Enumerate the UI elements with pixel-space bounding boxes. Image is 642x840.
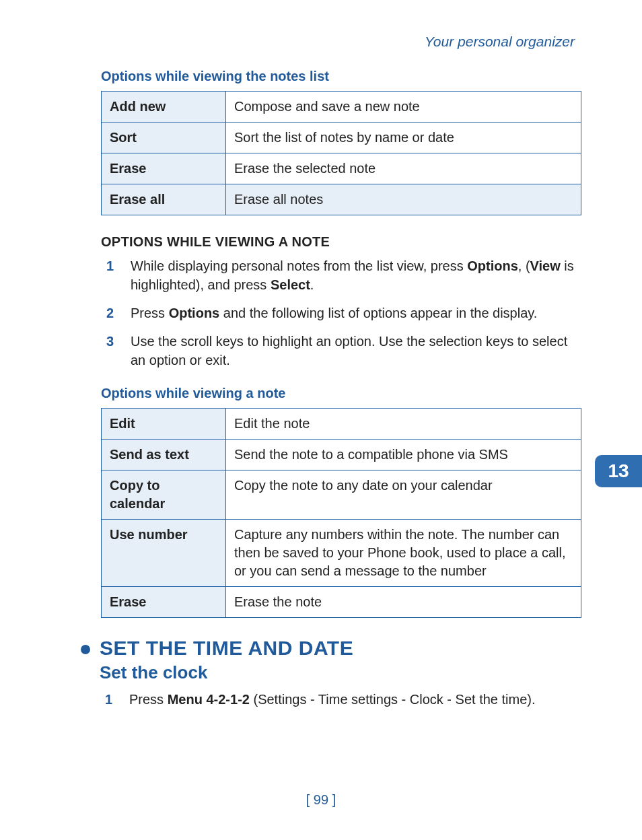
option-desc: Erase all notes	[226, 184, 581, 215]
option-desc: Capture any numbers within the note. The…	[226, 520, 581, 587]
table-row: Send as text Send the note to a compatib…	[102, 440, 581, 470]
steps-view-note-options: While displaying personal notes from the…	[101, 256, 581, 370]
option-desc: Copy the note to any date on your calend…	[226, 470, 581, 520]
option-key: Edit	[102, 409, 226, 440]
step-item: Press Options and the following list of …	[101, 304, 581, 322]
table-row: Copy to calendar Copy the note to any da…	[102, 470, 581, 520]
table-row: Erase Erase the selected note	[102, 153, 581, 184]
option-desc: Compose and save a new note	[226, 92, 581, 123]
table-row: Edit Edit the note	[102, 409, 581, 440]
option-key: Use number	[102, 520, 226, 587]
option-key: Copy to calendar	[102, 470, 226, 520]
option-key: Erase	[102, 153, 226, 184]
option-key: Erase all	[102, 184, 226, 215]
page-number: [ 99 ]	[0, 792, 642, 808]
bullet-icon	[81, 645, 90, 654]
option-key: Sort	[102, 123, 226, 153]
step-item: Press Menu 4-2-1-2 (Settings - Time sett…	[100, 690, 536, 709]
table-row: Add new Compose and save a new note	[102, 92, 581, 123]
option-desc: Sort the list of notes by name or date	[226, 123, 581, 153]
table-row: Sort Sort the list of notes by name or d…	[102, 123, 581, 153]
table1-caption: Options while viewing the notes list	[101, 69, 581, 84]
option-desc: Erase the note	[226, 587, 581, 618]
step-item: While displaying personal notes from the…	[101, 256, 581, 294]
section-subheading: Set the clock	[100, 662, 536, 683]
option-desc: Edit the note	[226, 409, 581, 440]
chapter-tab: 13	[595, 455, 642, 487]
table2-caption: Options while viewing a note	[101, 386, 581, 401]
table-row: Erase all Erase all notes	[102, 184, 581, 215]
option-key: Erase	[102, 587, 226, 618]
options-viewing-note-table: Edit Edit the note Send as text Send the…	[101, 408, 581, 618]
step-item: Use the scroll keys to highlight an opti…	[101, 332, 581, 370]
running-head: Your personal organizer	[101, 34, 581, 50]
option-desc: Send the note to a compatible phone via …	[226, 440, 581, 470]
table-row: Erase Erase the note	[102, 587, 581, 618]
option-key: Send as text	[102, 440, 226, 470]
option-key: Add new	[102, 92, 226, 123]
subheading-options-viewing-note: OPTIONS WHILE VIEWING A NOTE	[101, 234, 581, 250]
steps-set-clock: Press Menu 4-2-1-2 (Settings - Time sett…	[100, 690, 536, 709]
section-heading: SET THE TIME AND DATE	[100, 637, 536, 660]
option-desc: Erase the selected note	[226, 153, 581, 184]
table-row: Use number Capture any numbers within th…	[102, 520, 581, 587]
options-notes-list-table: Add new Compose and save a new note Sort…	[101, 91, 581, 215]
